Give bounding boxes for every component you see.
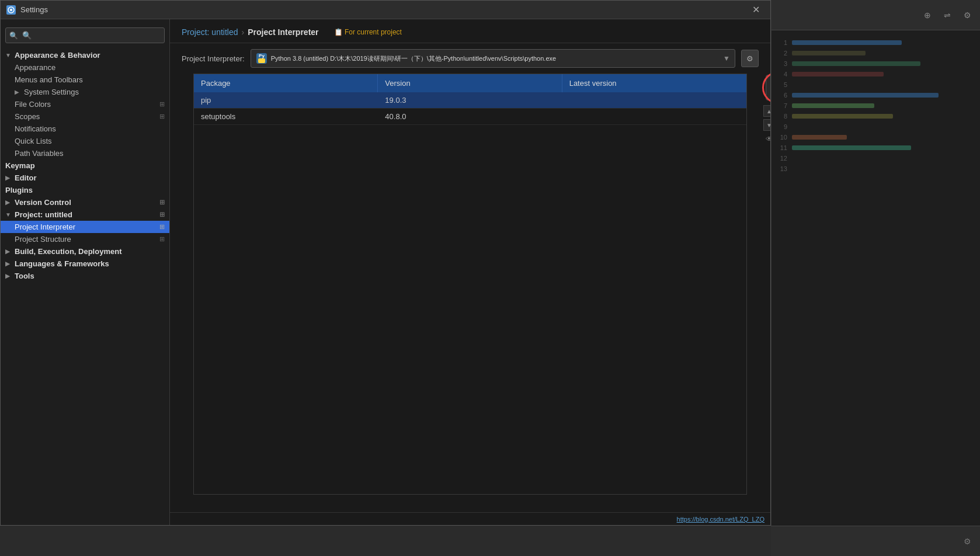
ide-gutter: 12345678910111213 <box>777 35 787 174</box>
ide-background: ⊕ ⇌ ⚙ 12345678910111213 ⚙ <box>771 0 980 556</box>
expand-arrow-editor: ▶ <box>5 175 12 181</box>
expand-arrow-system: ▶ <box>15 89 22 95</box>
bottom-bar: https://blog.csdn.net/LZQ_LZQ <box>170 512 770 525</box>
table-row[interactable]: pip 19.0.3 <box>194 92 746 109</box>
ide-code-area <box>787 35 980 155</box>
table-row[interactable]: setuptools 40.8.0 <box>194 109 746 125</box>
dropdown-arrow-icon: ▼ <box>723 54 730 62</box>
sidebar-item-appearance-behavior[interactable]: ▼ Appearance & Behavior <box>1 49 169 61</box>
right-panel: Project: untitled › Project Interpreter … <box>170 19 770 525</box>
eye-button[interactable]: 👁 <box>763 133 770 145</box>
window-title: Settings <box>20 5 748 14</box>
ide-bottom-gear-icon[interactable]: ⚙ <box>959 533 975 550</box>
col-package: Package <box>194 74 378 92</box>
package-version: 40.8.0 <box>378 109 562 124</box>
expand-arrow-vc: ▶ <box>5 199 12 206</box>
breadcrumb-current: Project Interpreter <box>248 27 318 37</box>
sidebar-item-project-structure[interactable]: Project Structure ⊞ <box>1 233 169 245</box>
settings-window: Settings ✕ 🔍 ▼ Appearance & Behavior App… <box>0 0 771 526</box>
breadcrumb-project-link[interactable]: Project: untitled <box>182 27 238 37</box>
interpreter-settings-button[interactable]: ⚙ <box>741 50 759 67</box>
sidebar-item-project-interpreter[interactable]: Project Interpreter ⊞ <box>1 221 169 233</box>
expand-arrow: ▼ <box>5 52 12 58</box>
sidebar-item-quick-lists[interactable]: Quick Lists <box>1 135 169 147</box>
sidebar-item-editor[interactable]: ▶ Editor <box>1 172 169 184</box>
interpreter-label: Project Interpreter: <box>182 54 245 63</box>
scopes-copy-icon: ⊞ <box>159 113 165 120</box>
package-latest <box>562 92 746 108</box>
sidebar-item-languages[interactable]: ▶ Languages & Frameworks <box>1 258 169 270</box>
sidebar-item-tools[interactable]: ▶ Tools <box>1 270 169 282</box>
package-name: pip <box>194 92 378 108</box>
expand-arrow-project: ▼ <box>5 211 12 218</box>
package-name: setuptools <box>194 109 378 124</box>
package-version: 19.0.3 <box>378 92 562 108</box>
table-header: Package Version Latest version <box>194 74 746 92</box>
settings-app-icon <box>6 5 16 15</box>
svg-point-1 <box>10 9 12 11</box>
col-version: Version <box>378 74 562 92</box>
ide-bottom-bar: ⚙ <box>771 526 980 556</box>
ide-top-bar: ⊕ ⇌ ⚙ <box>772 0 980 30</box>
sidebar-item-system-settings[interactable]: ▶ System Settings <box>1 86 169 98</box>
add-package-button[interactable]: + <box>766 75 770 100</box>
package-latest <box>562 109 746 124</box>
sidebar-item-menus-toolbars[interactable]: Menus and Toolbars <box>1 74 169 86</box>
svg-text:Py: Py <box>259 53 265 58</box>
scroll-down-button[interactable]: ▼ <box>763 119 770 131</box>
interpreter-row: Project Interpreter: Py Python 3.8 (unti… <box>170 43 770 74</box>
sidebar-item-scopes[interactable]: Scopes ⊞ <box>1 110 169 123</box>
sidebar-item-appearance[interactable]: Appearance <box>1 61 169 74</box>
file-colors-copy-icon: ⊞ <box>159 100 165 108</box>
scroll-up-button[interactable]: ▲ <box>763 105 770 117</box>
for-current-project-link[interactable]: 📋 For current project <box>334 28 402 36</box>
search-box: 🔍 <box>5 27 165 43</box>
expand-arrow-build: ▶ <box>5 248 12 255</box>
sidebar-item-path-variables[interactable]: Path Variables <box>1 147 169 159</box>
interpreter-copy-icon: ⊞ <box>159 223 165 231</box>
sidebar-item-plugins[interactable]: Plugins <box>1 184 169 196</box>
search-input[interactable] <box>5 27 165 43</box>
breadcrumb-separator: › <box>242 27 245 37</box>
svg-rect-3 <box>258 58 265 63</box>
main-content: 🔍 ▼ Appearance & Behavior Appearance Men… <box>1 19 770 525</box>
sidebar-item-file-colors[interactable]: File Colors ⊞ <box>1 98 169 110</box>
col-latest-version: Latest version <box>562 74 746 92</box>
interpreter-dropdown[interactable]: Py Python 3.8 (untitled) D:\木木\2019读研期间\… <box>251 49 735 68</box>
ide-gear-icon[interactable]: ⚙ <box>959 7 975 23</box>
expand-arrow-tools: ▶ <box>5 273 12 279</box>
vc-copy-icon: ⊞ <box>159 199 165 206</box>
sidebar-item-project-untitled[interactable]: ▼ Project: untitled ⊞ <box>1 208 169 221</box>
sidebar-item-version-control[interactable]: ▶ Version Control ⊞ <box>1 196 169 208</box>
panel-header: Project: untitled › Project Interpreter … <box>170 19 770 43</box>
bottom-link[interactable]: https://blog.csdn.net/LZQ_LZQ <box>677 516 764 523</box>
packages-table: Package Version Latest version pip 19.0.… <box>193 74 747 495</box>
project-copy-icon: ⊞ <box>159 211 165 218</box>
interpreter-value: Python 3.8 (untitled) D:\木木\2019读研期间\研一（… <box>271 54 720 63</box>
python-icon: Py <box>256 53 267 64</box>
sidebar-item-build-execution[interactable]: ▶ Build, Execution, Deployment <box>1 245 169 258</box>
sidebar-item-keymap[interactable]: Keymap <box>1 159 169 172</box>
sidebar: 🔍 ▼ Appearance & Behavior Appearance Men… <box>1 19 170 525</box>
title-bar: Settings ✕ <box>1 1 770 19</box>
sidebar-item-notifications[interactable]: Notifications <box>1 123 169 135</box>
search-icon: 🔍 <box>9 32 18 40</box>
expand-arrow-lang: ▶ <box>5 260 12 267</box>
ide-sliders-icon[interactable]: ⇌ <box>939 7 955 23</box>
packages-area: Package Version Latest version pip 19.0.… <box>182 74 759 501</box>
close-button[interactable]: ✕ <box>748 2 764 18</box>
ide-globe-icon[interactable]: ⊕ <box>919 7 936 23</box>
add-button-wrapper: + <box>766 75 770 100</box>
table-body: pip 19.0.3 setuptools 40.8.0 <box>194 92 746 494</box>
breadcrumb: Project: untitled › Project Interpreter … <box>182 27 759 37</box>
table-actions: ▲ ▼ 👁 <box>763 105 770 145</box>
structure-copy-icon: ⊞ <box>159 235 165 243</box>
